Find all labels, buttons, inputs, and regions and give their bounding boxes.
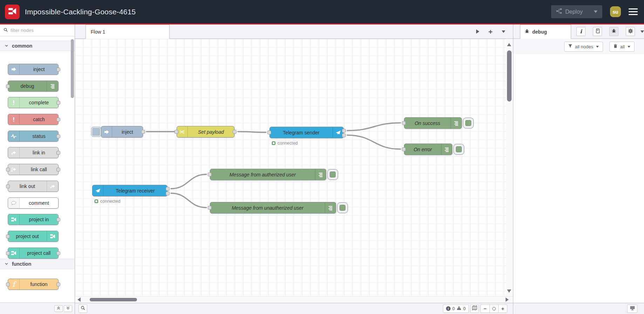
palette-node-link-call[interactable]: link call xyxy=(8,164,59,175)
horizontal-scrollbar-thumb[interactable] xyxy=(90,298,137,301)
output-port[interactable] xyxy=(56,218,60,222)
flow-canvas[interactable]: injectSet payloadTelegram senderconnecte… xyxy=(75,39,513,296)
palette-node-debug[interactable]: debug xyxy=(8,81,59,92)
palette-node-project-call[interactable]: project call xyxy=(8,247,59,259)
scroll-right-arrow[interactable] xyxy=(506,298,509,302)
palette-node-complete[interactable]: complete xyxy=(8,97,59,108)
clear-log-button[interactable]: all xyxy=(609,42,635,52)
palette-node-status[interactable]: status xyxy=(8,131,59,142)
output-port[interactable] xyxy=(56,68,60,71)
debug-enable-toggle[interactable] xyxy=(463,118,474,128)
palette-search-input[interactable] xyxy=(11,28,73,33)
tab-debug[interactable]: debug xyxy=(520,25,571,39)
scroll-up-arrow[interactable] xyxy=(507,43,511,46)
output-port[interactable] xyxy=(56,151,60,155)
zoom-in-button[interactable]: + xyxy=(498,305,507,313)
flow-node-msg-unauthorized[interactable]: Message from unautherized user xyxy=(210,202,336,214)
output-port[interactable] xyxy=(342,129,346,133)
filter-nodes-button[interactable]: all nodes xyxy=(564,42,603,52)
debug-enable-toggle[interactable] xyxy=(337,202,348,213)
palette-node-project-in[interactable]: project in xyxy=(8,214,59,225)
palette-node-project-out[interactable]: project out xyxy=(8,231,59,242)
debug-enable-toggle[interactable] xyxy=(327,169,338,180)
flow-node-inject[interactable]: inject xyxy=(101,126,143,138)
open-debug-window-button[interactable] xyxy=(627,305,637,313)
input-port[interactable] xyxy=(174,130,178,134)
canvas-vertical-scrollbar[interactable] xyxy=(506,39,513,296)
canvas-horizontal-scrollbar[interactable] xyxy=(75,296,513,303)
zoom-out-button[interactable]: − xyxy=(481,305,489,313)
flow-node-telegram-sender[interactable]: Telegram sender xyxy=(269,127,344,138)
output-port[interactable] xyxy=(56,168,60,172)
palette-node-link-in[interactable]: link in xyxy=(8,147,59,158)
add-flow-button[interactable]: + xyxy=(488,28,493,35)
notifications-counter[interactable]: ! 0 0 xyxy=(443,305,469,313)
deploy-options-chevron-icon[interactable] xyxy=(594,11,597,13)
main-menu-button[interactable] xyxy=(629,8,638,16)
tab-flow-1[interactable]: Flow 1 xyxy=(85,25,170,39)
expand-all-button[interactable] xyxy=(64,305,72,312)
wire[interactable] xyxy=(347,135,400,149)
input-port[interactable] xyxy=(402,121,406,125)
output-port[interactable] xyxy=(141,130,145,134)
output-port[interactable] xyxy=(56,282,60,286)
flow-node-msg-authorized[interactable]: Message from autherized user xyxy=(210,169,326,180)
input-port[interactable] xyxy=(6,282,10,286)
collapse-all-button[interactable] xyxy=(54,305,63,312)
zoom-reset-button[interactable] xyxy=(489,305,498,313)
palette-node-link-out[interactable]: link out xyxy=(8,181,59,192)
wire[interactable] xyxy=(238,132,266,132)
input-port[interactable] xyxy=(6,251,10,255)
output-port[interactable] xyxy=(342,133,346,137)
input-port[interactable] xyxy=(6,84,10,88)
output-port[interactable] xyxy=(56,101,60,105)
palette-search[interactable] xyxy=(0,25,75,36)
wire[interactable] xyxy=(171,193,206,208)
minimap-button[interactable] xyxy=(470,305,479,313)
palette-node-catch[interactable]: catch xyxy=(8,114,59,125)
config-tab-button[interactable] xyxy=(626,27,635,36)
debug-enable-toggle[interactable] xyxy=(453,144,464,155)
scroll-down-arrow[interactable] xyxy=(507,289,511,293)
input-port[interactable] xyxy=(208,173,212,176)
wire[interactable] xyxy=(171,174,206,189)
vertical-scrollbar-thumb[interactable] xyxy=(507,50,512,102)
flow-node-telegram-receiver[interactable]: Telegram receiver xyxy=(92,185,167,196)
user-avatar[interactable]: su xyxy=(610,6,621,17)
flow-node-on-success[interactable]: On success xyxy=(404,117,462,129)
monitor-icon xyxy=(630,305,635,312)
output-port[interactable] xyxy=(166,191,170,195)
palette-node-comment[interactable]: comment xyxy=(8,197,59,209)
input-port[interactable] xyxy=(208,206,212,210)
help-tab-button[interactable] xyxy=(593,27,602,36)
input-port[interactable] xyxy=(402,147,406,151)
palette-category-common[interactable]: common xyxy=(0,41,75,51)
canvas-search-button[interactable] xyxy=(78,305,87,313)
output-port[interactable] xyxy=(56,251,60,255)
output-port[interactable] xyxy=(56,134,60,138)
debug-message-list[interactable] xyxy=(513,54,644,303)
flow-node-set-payload[interactable]: Set payload xyxy=(177,126,234,138)
toggle-tab-visibility-icon[interactable] xyxy=(476,29,479,34)
palette-scrollbar-thumb[interactable] xyxy=(71,39,74,98)
book-icon xyxy=(595,28,600,35)
debug-tab-button[interactable] xyxy=(609,27,618,36)
wire[interactable] xyxy=(347,123,400,131)
input-port[interactable] xyxy=(6,168,10,172)
input-port[interactable] xyxy=(267,131,271,134)
scroll-left-arrow[interactable] xyxy=(77,298,81,302)
inject-trigger-button[interactable] xyxy=(91,127,101,137)
input-port[interactable] xyxy=(6,184,10,188)
deploy-button[interactable]: Deploy xyxy=(551,5,602,18)
output-port[interactable] xyxy=(166,187,170,191)
flow-node-on-error[interactable]: On error xyxy=(404,144,452,155)
flow-list-chevron-icon[interactable] xyxy=(502,30,505,33)
input-port[interactable] xyxy=(6,235,10,238)
info-tab-button[interactable]: i xyxy=(576,27,585,36)
sidebar-options-chevron-icon[interactable] xyxy=(640,30,644,33)
palette-category-function[interactable]: function xyxy=(0,259,75,269)
output-port[interactable] xyxy=(56,118,60,121)
palette-node-function[interactable]: ffunction xyxy=(8,279,59,290)
output-port[interactable] xyxy=(233,130,237,134)
palette-node-inject[interactable]: inject xyxy=(8,64,59,75)
